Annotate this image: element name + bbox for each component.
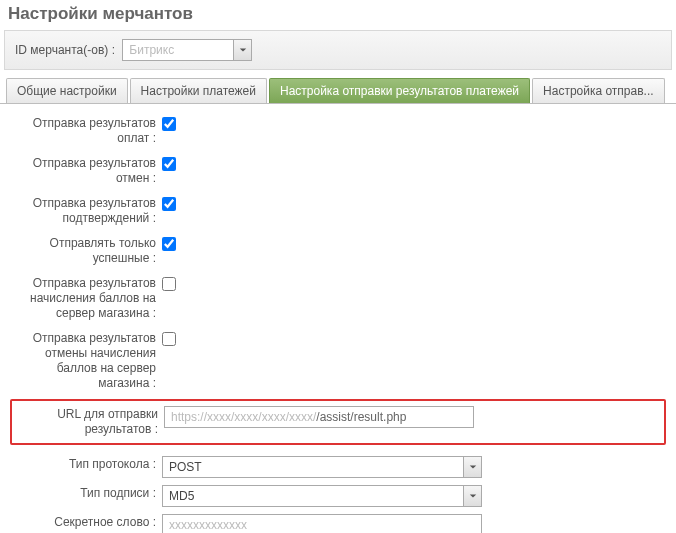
send-confirm-label: Отправка результатов подтверждений : <box>12 194 162 228</box>
send-bonus-cancel-checkbox[interactable] <box>162 332 176 346</box>
merchant-id-label: ID мерчанта(-ов) : <box>15 43 115 57</box>
tab-0[interactable]: Общие настройки <box>6 78 128 103</box>
send-payment-checkbox[interactable] <box>162 117 176 131</box>
send-confirm-checkbox[interactable] <box>162 197 176 211</box>
tab-1[interactable]: Настройки платежей <box>130 78 267 103</box>
secret-label: Секретное слово : <box>12 513 162 532</box>
send-bonus-checkbox[interactable] <box>162 277 176 291</box>
send-cancel-checkbox[interactable] <box>162 157 176 171</box>
protocol-label: Тип протокола : <box>12 455 162 474</box>
merchant-id-select[interactable]: Битрикс <box>122 39 252 61</box>
only-success-label: Отправлять только успешные : <box>12 234 162 268</box>
send-cancel-label: Отправка результатов отмен : <box>12 154 162 188</box>
url-obscured-prefix: https://xxxx/xxxx/xxxx/xxxx/ <box>171 410 316 424</box>
send-payment-label: Отправка результатов оплат : <box>12 114 162 148</box>
merchant-id-bar: ID мерчанта(-ов) : Битрикс <box>4 30 672 70</box>
chevron-down-icon <box>463 457 481 477</box>
protocol-select[interactable]: POST <box>162 456 482 478</box>
only-success-checkbox[interactable] <box>162 237 176 251</box>
merchant-id-value: Битрикс <box>129 43 174 57</box>
url-highlight: URL для отправки результатов : https://x… <box>10 399 666 445</box>
send-bonus-label: Отправка результатов начисления баллов н… <box>12 274 162 323</box>
tabs: Общие настройкиНастройки платежейНастрой… <box>0 78 676 104</box>
chevron-down-icon <box>463 486 481 506</box>
page-title: Настройки мерчантов <box>0 0 676 30</box>
tab-2[interactable]: Настройка отправки результатов платежей <box>269 78 530 103</box>
form: Отправка результатов оплат : Отправка ре… <box>0 104 676 533</box>
send-bonus-cancel-label: Отправка результатов отмены начисления б… <box>12 329 162 393</box>
url-suffix: /assist/result.php <box>316 410 406 424</box>
secret-input[interactable] <box>162 514 482 533</box>
chevron-down-icon <box>233 40 251 60</box>
tab-3[interactable]: Настройка отправ... <box>532 78 665 103</box>
signature-value: MD5 <box>169 489 194 503</box>
url-label: URL для отправки результатов : <box>14 405 164 439</box>
url-input[interactable]: https://xxxx/xxxx/xxxx/xxxx/ /assist/res… <box>164 406 474 428</box>
signature-select[interactable]: MD5 <box>162 485 482 507</box>
signature-label: Тип подписи : <box>12 484 162 503</box>
protocol-value: POST <box>169 460 202 474</box>
